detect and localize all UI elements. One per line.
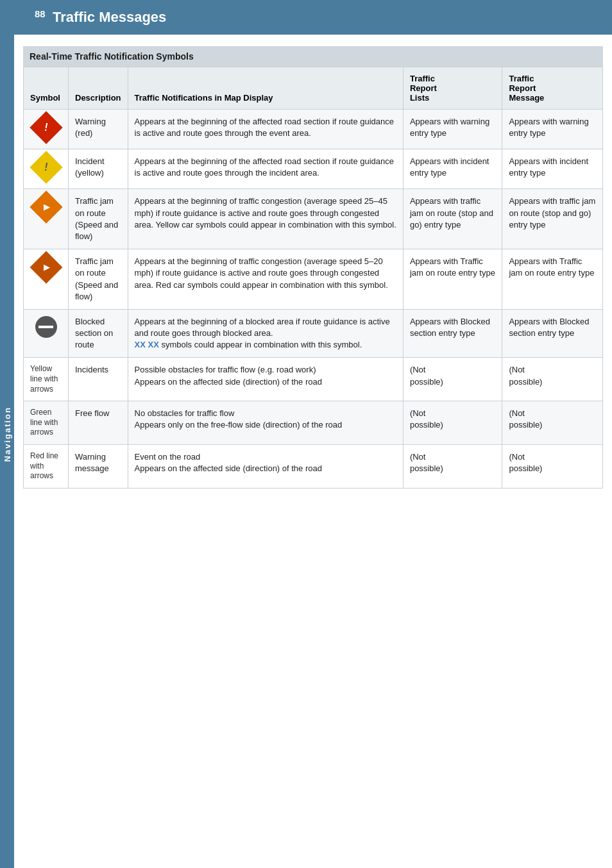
report-lists-cell-5: Appears with Blocked section entry type <box>403 309 502 358</box>
report-message-cell-1: Appears with warning entry type <box>502 110 603 149</box>
table-row: ▶ Traffic jam on route (Speed and flow) … <box>24 189 603 249</box>
symbol-cell-6: Yellow line with arrows <box>24 358 69 401</box>
report-message-cell-2: Appears with incident entry type <box>502 149 603 189</box>
nav-sidebar: Navigation <box>0 0 14 868</box>
symbol-cell-8: Red line with arrows <box>24 445 69 488</box>
description-cell-5: Blocked section on route <box>69 309 128 358</box>
table-row: Red line with arrows Warning message Eve… <box>24 445 603 488</box>
map-display-cell-1: Appears at the beginning of the affected… <box>128 110 403 149</box>
symbol-cell-3: ▶ <box>24 189 69 249</box>
table-row: ▶ Traffic jam on route (Speed and flow) … <box>24 249 603 310</box>
table-row: Yellow line with arrows Incidents Possib… <box>24 358 603 401</box>
col-header-map-display: Traffic Notifications in Map Display <box>128 67 403 110</box>
report-message-cell-5: Appears with Blocked section entry type <box>502 309 603 358</box>
xx-symbol: XX XX <box>135 340 159 349</box>
description-cell-4: Traffic jam on route (Speed and flow) <box>69 249 128 310</box>
col-header-report-message: Traffic Report Message <box>502 67 603 110</box>
table-row: Blocked section on route Appears at the … <box>24 309 603 358</box>
description-cell-7: Free flow <box>69 401 128 445</box>
col-header-report-lists: Traffic Report Lists <box>403 67 502 110</box>
page-title-bar: 88 Traffic Messages <box>14 0 612 35</box>
report-lists-cell-7: (Not possible) <box>403 401 502 445</box>
map-display-cell-7: No obstacles for traffic flowAppears onl… <box>128 401 403 445</box>
description-cell-6: Incidents <box>69 358 128 401</box>
map-display-cell-2: Appears at the beginning of the affected… <box>128 149 403 189</box>
symbol-cell-5 <box>24 309 69 358</box>
report-lists-cell-4: Appears with Traffic jam on route entry … <box>403 249 502 310</box>
report-lists-cell-6: (Not possible) <box>403 358 502 401</box>
symbol-cell-1: ! <box>24 110 69 149</box>
report-lists-cell-3: Appears with traffic jam on route (stop … <box>403 189 502 249</box>
sidebar-label: Navigation <box>3 406 12 462</box>
report-message-cell-7: (Not possible) <box>502 401 603 445</box>
incident-yellow-icon: ! <box>30 151 62 184</box>
report-lists-cell-2: Appears with incident entry type <box>403 149 502 189</box>
description-cell-2: Incident (yellow) <box>69 149 128 189</box>
map-display-cell-6: Possible obstacles for traffic flow (e.g… <box>128 358 403 401</box>
table-row: ! Incident (yellow) Appears at the begin… <box>24 149 603 189</box>
blocked-circle-icon <box>35 316 57 338</box>
report-message-cell-6: (Not possible) <box>502 358 603 401</box>
symbol-cell-7: Green line with arrows <box>24 401 69 445</box>
description-cell-3: Traffic jam on route (Speed and flow) <box>69 189 128 249</box>
table-row: Green line with arrows Free flow No obst… <box>24 401 603 445</box>
traffic-table: Symbol Description Traffic Notifications… <box>23 67 603 488</box>
map-display-cell-8: Event on the roadAppears on the affected… <box>128 445 403 488</box>
page-number: 88 <box>28 0 52 28</box>
map-display-cell-4: Appears at the beginning of traffic cong… <box>128 249 403 310</box>
col-header-description: Description <box>69 67 128 110</box>
map-display-cell-5: Appears at the beginning of a blocked ar… <box>128 309 403 358</box>
section-header: Real-Time Traffic Notification Symbols <box>23 46 603 67</box>
description-cell-1: Warning (red) <box>69 110 128 149</box>
report-message-cell-3: Appears with traffic jam on route (stop … <box>502 189 603 249</box>
warning-red-icon: ! <box>30 112 62 144</box>
page-title: Traffic Messages <box>53 9 166 25</box>
symbol-cell-4: ▶ <box>24 249 69 310</box>
report-lists-cell-8: (Not possible) <box>403 445 502 488</box>
symbol-cell-2: ! <box>24 149 69 189</box>
report-lists-cell-1: Appears with warning entry type <box>403 110 502 149</box>
section-title: Real-Time Traffic Notification Symbols <box>30 51 194 62</box>
report-message-cell-8: (Not possible) <box>502 445 603 488</box>
report-message-cell-4: Appears with Traffic jam on route entry … <box>502 249 603 310</box>
map-display-cell-3: Appears at the beginning of traffic cong… <box>128 189 403 249</box>
col-header-symbol: Symbol <box>24 67 69 110</box>
table-row: ! Warning (red) Appears at the beginning… <box>24 110 603 149</box>
traffic-jam-slow-icon: ▶ <box>35 196 58 222</box>
description-cell-8: Warning message <box>69 445 128 488</box>
traffic-jam-very-slow-icon: ▶ <box>35 256 58 282</box>
main-content: Real-Time Traffic Notification Symbols S… <box>14 0 612 488</box>
